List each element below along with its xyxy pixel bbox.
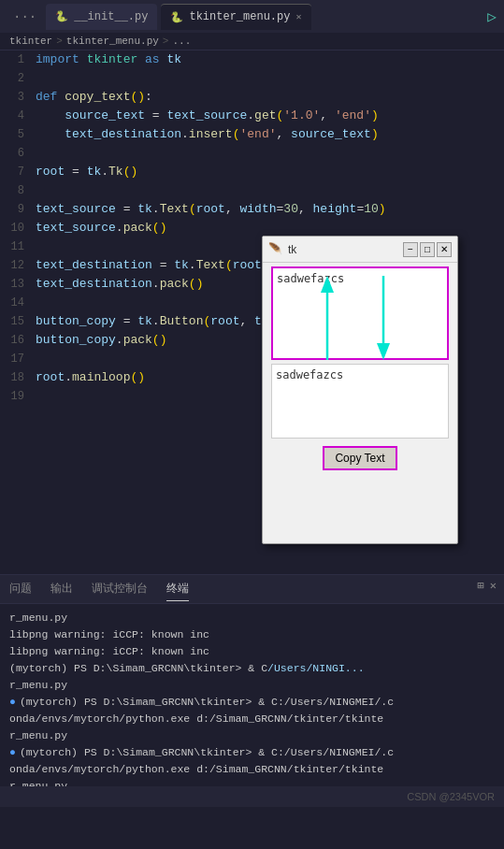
tab-init[interactable]: 🐍 __init__.py — [46, 4, 157, 30]
breadcrumb-file: tkinter_menu.py — [66, 36, 159, 47]
terminal-content: r_menu.py libpng warning: iCCP: known in… — [0, 604, 504, 786]
panel-tab-debug[interactable]: 调试控制台 — [92, 577, 148, 601]
tkinter-title: tk — [288, 243, 401, 256]
code-line-1: 1 import tkinter as tk — [0, 50, 504, 69]
term-line-8: r_menu.py — [9, 727, 495, 744]
breadcrumb-sep1: > — [56, 36, 63, 47]
code-line-6: 6 — [0, 144, 504, 163]
code-line-9: 9 text_source = tk.Text(root, width=30, … — [0, 200, 504, 219]
breadcrumb-dots: ... — [172, 36, 191, 47]
close-icon[interactable]: ✕ — [295, 11, 301, 22]
code-line-4: 4 source_text = text_source.get('1.0', '… — [0, 107, 504, 125]
tab-menu-icon: 🐍 — [170, 11, 183, 23]
panel-icons: ⊞ ✕ — [478, 579, 497, 593]
term-line-9: ●(mytorch) PS D:\Simam_GRCNN\tkinter> & … — [9, 744, 495, 761]
panel-tab-problems[interactable]: 问题 — [9, 577, 32, 601]
tkinter-body: Copy Text — [263, 263, 457, 543]
main-content: 1 import tkinter as tk 2 3 def copy_text… — [0, 50, 504, 574]
term-line-10: onda/envs/mytorch/python.exe d:/Simam_GR… — [9, 761, 495, 778]
status-text: CSDN @2345VOR — [407, 791, 495, 802]
copy-text-button[interactable]: Copy Text — [323, 446, 397, 470]
code-line-10: 10 text_source.pack() — [0, 219, 504, 237]
breadcrumb: tkinter > tkinter_menu.py > ... — [0, 33, 504, 50]
term-line-11: r_menu.py — [9, 778, 495, 786]
code-line-7: 7 root = tk.Tk() — [0, 163, 504, 181]
term-line-7: onda/envs/mytorch/python.exe d:/Simam_GR… — [9, 711, 495, 727]
term-line-1: r_menu.py — [9, 610, 495, 626]
bottom-panel: 问题 输出 调试控制台 终端 ⊞ ✕ r_menu.py libpng warn… — [0, 574, 504, 786]
tk-feather-icon: 🪶 — [268, 242, 282, 256]
tab-init-icon: 🐍 — [55, 10, 68, 22]
tk-minimize-btn[interactable]: − — [403, 242, 418, 257]
code-line-2: 2 — [0, 69, 504, 88]
breadcrumb-root: tkinter — [9, 36, 52, 47]
tkinter-titlebar: 🪶 tk − □ ✕ — [263, 237, 457, 263]
tkinter-dest-textarea[interactable] — [271, 364, 449, 439]
dot-icon-1: ● — [9, 696, 16, 708]
panel-split-icon[interactable]: ⊞ — [478, 579, 484, 593]
tk-maximize-btn[interactable]: □ — [420, 242, 435, 257]
dot-icon-2: ● — [9, 746, 16, 758]
term-line-5: r_menu.py — [9, 677, 495, 694]
term-line-4: (mytorch) PS D:\Simam_GRCNN\tkinter> & C… — [9, 660, 495, 677]
breadcrumb-sep2: > — [163, 36, 169, 47]
tab-init-label: __init__.py — [74, 10, 148, 23]
panel-tabs: 问题 输出 调试控制台 终端 ⊞ ✕ — [0, 575, 504, 604]
status-bar: CSDN @2345VOR — [0, 786, 504, 807]
tab-menu-label: tkinter_menu.py — [189, 10, 290, 23]
code-line-8: 8 — [0, 181, 504, 200]
tkinter-source-textarea[interactable] — [271, 266, 449, 360]
term-line-3: libpng warning: iCCP: known inc — [9, 643, 495, 660]
panel-close-icon[interactable]: ✕ — [490, 579, 497, 593]
term-line-2: libpng warning: iCCP: known inc — [9, 626, 495, 643]
tk-close-btn[interactable]: ✕ — [437, 242, 452, 257]
tab-menu[interactable]: 🐍 tkinter_menu.py ✕ — [161, 4, 310, 30]
tab-bar: ··· 🐍 __init__.py 🐍 tkinter_menu.py ✕ ▷ — [0, 0, 504, 33]
panel-tab-terminal[interactable]: 终端 — [166, 577, 189, 601]
panel-tab-output[interactable]: 输出 — [50, 577, 73, 601]
term-line-6: ●(mytorch) PS D:\Simam_GRCNN\tkinter> & … — [9, 694, 495, 711]
tkinter-window: 🪶 tk − □ ✕ Copy Text — [262, 236, 458, 544]
tab-more-icon[interactable]: ··· — [7, 9, 42, 24]
run-icon[interactable]: ▷ — [487, 7, 497, 26]
code-line-5: 5 text_destination.insert('end', source_… — [0, 125, 504, 144]
code-line-3: 3 def copy_text(): — [0, 88, 504, 107]
